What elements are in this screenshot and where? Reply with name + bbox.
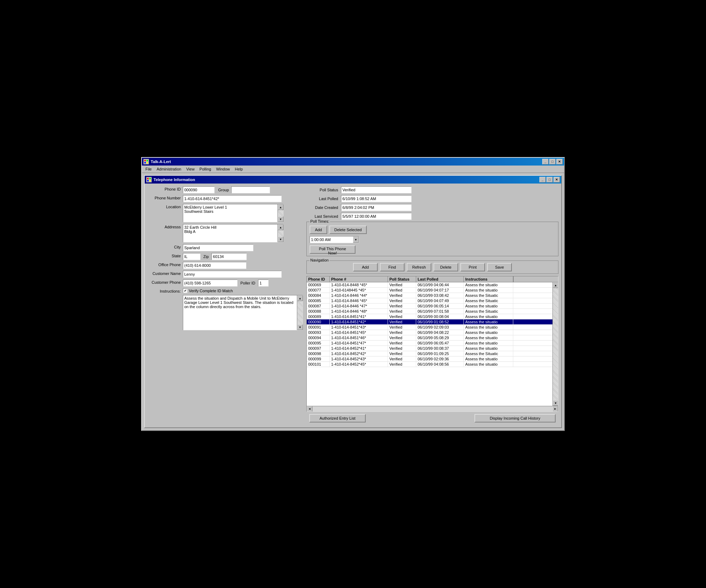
- table-row[interactable]: 000091 1-410-614-8451*43* Verified 06/10…: [307, 325, 552, 330]
- table-row[interactable]: 000069 1-410-614-8448 *45* Verified 06/1…: [307, 282, 552, 288]
- cell-lastpolled: 06/10/99 04:07:49: [416, 298, 464, 303]
- table-row[interactable]: 000101 1-410-614-8452*45* Verified 06/10…: [307, 362, 552, 367]
- table-row[interactable]: 000088 1-410-614-8446 *48* Verified 06/1…: [307, 309, 552, 314]
- nav-refresh-button[interactable]: Refresh: [407, 263, 431, 271]
- table-row[interactable]: 000097 1-410-614-8452*41* Verified 06/10…: [307, 346, 552, 351]
- poll-time-dropdown-arrow[interactable]: ▼: [353, 236, 359, 243]
- cell-lastpolled: 06/10/99 06:05:14: [416, 304, 464, 308]
- minimize-button[interactable]: _: [542, 159, 549, 164]
- instructions-scroll-down[interactable]: ▼: [297, 324, 303, 330]
- poll-now-button[interactable]: Poll This Phone Now!: [310, 245, 355, 254]
- date-created-row: Date Created: [306, 204, 558, 211]
- nav-delete-button[interactable]: Delete: [433, 263, 458, 271]
- location-textarea[interactable]: McElderry Lower Level 1 Southwest Stairs: [183, 204, 277, 222]
- poll-times-add-button[interactable]: Add: [310, 226, 327, 234]
- cell-phonenum: 1-410-614-8451*47*: [330, 341, 388, 346]
- office-phone-input[interactable]: [183, 262, 246, 269]
- group-label: Group: [218, 188, 229, 192]
- data-grid-container: Phone ID Phone # Poll Status Last Polled…: [306, 276, 558, 412]
- table-row[interactable]: 000099 1-410-614-8452*43* Verified 06/10…: [307, 356, 552, 362]
- address-textarea[interactable]: 32 Earth Circle Hill Bldg A: [183, 224, 277, 242]
- svg-rect-3: [146, 162, 148, 163]
- main-content: Phone ID Group Phone Number: [145, 184, 561, 427]
- phone-id-input[interactable]: [183, 186, 215, 193]
- cell-pollstatus: Verified: [388, 341, 416, 346]
- table-row[interactable]: 000094 1-410-614-8451*46* Verified 06/10…: [307, 335, 552, 341]
- phone-id-field-wrap: Group: [183, 186, 303, 193]
- nav-add-button[interactable]: Add: [353, 263, 378, 271]
- grid-scroll-down[interactable]: ▼: [553, 400, 558, 406]
- table-row[interactable]: 000087 1-410-614-8446 *47* Verified 06/1…: [307, 304, 552, 309]
- menu-polling[interactable]: Polling: [197, 166, 213, 172]
- cell-phoneid: 000099: [307, 356, 330, 361]
- authorized-entry-list-button[interactable]: Authorized Entry List: [309, 414, 366, 422]
- address-scroll-down[interactable]: ▼: [278, 236, 283, 242]
- col-header-instructions[interactable]: Instructions: [464, 276, 513, 282]
- last-serviced-input[interactable]: [341, 213, 412, 220]
- last-polled-input[interactable]: [341, 195, 412, 202]
- menu-bar: File Administration View Polling Window …: [142, 166, 564, 173]
- col-header-pollstatus[interactable]: Poll Status: [388, 276, 416, 282]
- poll-status-input[interactable]: [341, 186, 412, 193]
- customer-phone-input[interactable]: [183, 280, 238, 287]
- state-input[interactable]: [183, 253, 201, 260]
- inner-minimize-button[interactable]: _: [539, 177, 546, 182]
- instructions-textarea[interactable]: Assess the situation and Dispatch a Mobi…: [183, 295, 297, 330]
- inner-close-button[interactable]: ✕: [554, 177, 560, 182]
- city-input[interactable]: [183, 244, 253, 251]
- location-scroll-down[interactable]: ▼: [278, 216, 283, 222]
- cell-pollstatus: Verified: [388, 293, 416, 298]
- group-input[interactable]: [231, 186, 270, 193]
- table-row[interactable]: 000077 1-410-6148445 *45* Verified 06/10…: [307, 288, 552, 293]
- col-header-phoneid[interactable]: Phone ID: [307, 276, 330, 282]
- zip-input[interactable]: [211, 253, 247, 260]
- inner-title-bar: Telephone Information _ □ ✕: [145, 176, 561, 184]
- menu-help[interactable]: Help: [233, 166, 245, 172]
- nav-print-button[interactable]: Print: [460, 263, 485, 271]
- table-row[interactable]: 000093 1-410-614-8451*45* Verified 06/10…: [307, 330, 552, 335]
- display-incoming-call-history-button[interactable]: Display Incoming Call History: [474, 414, 556, 422]
- table-row[interactable]: 000084 1-410-614-8446 *44* Verified 06/1…: [307, 293, 552, 298]
- menu-view[interactable]: View: [184, 166, 197, 172]
- col-header-lastpolled[interactable]: Last Polled: [416, 276, 464, 282]
- menu-administration[interactable]: Administration: [155, 166, 184, 172]
- table-row[interactable]: 000085 1-410-614-8446 *45* Verified 06/1…: [307, 298, 552, 304]
- poller-id-input[interactable]: [258, 280, 269, 287]
- table-row[interactable]: 000090 1-410-614-8451*42* Verified 06/10…: [307, 319, 552, 325]
- cell-pollstatus: Verified: [388, 319, 416, 324]
- verify-checkbox[interactable]: ✔: [183, 288, 187, 293]
- address-scroll-up[interactable]: ▲: [278, 224, 283, 230]
- poll-times-delete-button[interactable]: Delete Selected: [329, 226, 367, 234]
- instructions-scroll-up[interactable]: ▲: [297, 295, 303, 301]
- cell-pollstatus: Verified: [388, 330, 416, 335]
- phone-number-input[interactable]: [183, 195, 282, 202]
- menu-window[interactable]: Window: [214, 166, 232, 172]
- table-row[interactable]: 000095 1-410-614-8451*47* Verified 06/10…: [307, 341, 552, 346]
- grid-scroll-right[interactable]: ►: [552, 406, 558, 412]
- customer-name-input[interactable]: [183, 271, 282, 278]
- maximize-button[interactable]: □: [549, 159, 556, 164]
- customer-name-row: Customer Name: [148, 271, 303, 278]
- right-panel: Poll Status Last Polled Date Created: [306, 186, 558, 425]
- cell-phoneid: 000101: [307, 362, 330, 367]
- table-row[interactable]: 000089 1-410-614-8451*41* Verified 06/10…: [307, 314, 552, 319]
- close-button[interactable]: ✕: [556, 159, 563, 164]
- cell-phoneid: 000069: [307, 282, 330, 287]
- grid-scroll-left[interactable]: ◄: [307, 406, 312, 412]
- svg-rect-7: [149, 180, 151, 181]
- inner-maximize-button[interactable]: □: [546, 177, 553, 182]
- grid-body[interactable]: 000069 1-410-614-8448 *45* Verified 06/1…: [307, 282, 552, 406]
- location-scroll-up[interactable]: ▲: [278, 204, 283, 210]
- nav-find-button[interactable]: Find: [380, 263, 405, 271]
- nav-save-button[interactable]: Save: [487, 263, 512, 271]
- date-created-input[interactable]: [341, 204, 412, 211]
- last-polled-label: Last Polled: [306, 197, 338, 201]
- address-row: Addresss 32 Earth Circle Hill Bldg A ▲ ▼: [148, 224, 303, 242]
- grid-scroll-up[interactable]: ▲: [553, 282, 558, 288]
- col-header-phonenum[interactable]: Phone #: [330, 276, 388, 282]
- table-row[interactable]: 000098 1-410-614-8452*42* Verified 06/10…: [307, 351, 552, 356]
- cell-instructions: Assess the situatio: [464, 362, 513, 367]
- cell-lastpolled: 06/10/99 06:05:47: [416, 341, 464, 346]
- app-icon: [143, 159, 149, 164]
- menu-file[interactable]: File: [143, 166, 154, 172]
